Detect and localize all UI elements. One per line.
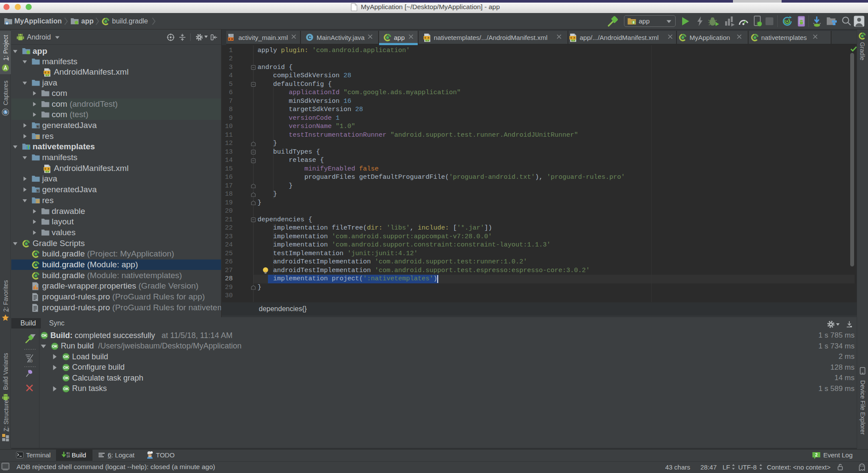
svg-text:C: C <box>308 35 311 40</box>
svg-text:10: 10 <box>66 455 70 458</box>
svg-text:OK: OK <box>42 333 48 338</box>
svg-text:OK: OK <box>63 387 69 391</box>
svg-text:OK: OK <box>52 344 58 348</box>
svg-text:2: 2 <box>815 453 818 457</box>
svg-text:OK: OK <box>63 355 69 359</box>
svg-text:ab: ab <box>28 358 33 363</box>
svg-text:OK: OK <box>63 365 69 370</box>
svg-text:01: 01 <box>66 452 70 455</box>
svg-text:OK: OK <box>63 376 69 380</box>
